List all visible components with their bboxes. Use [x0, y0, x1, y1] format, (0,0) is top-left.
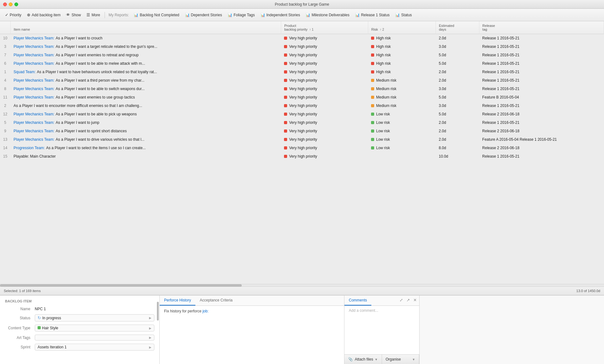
chart-icon-7: 📊 — [395, 13, 400, 17]
comment-input-area[interactable]: Add a comment... — [344, 306, 419, 354]
item-name-cell[interactable]: Player Mechanics Team: As a Player I wan… — [10, 135, 281, 144]
days-cell: 5.0d — [436, 59, 479, 68]
status-value[interactable]: ↻In progress ▶ — [35, 314, 154, 321]
content-type-label: Content Type — [5, 326, 35, 330]
comments-header[interactable]: Comments — [344, 296, 371, 306]
days-cell: 3.0d — [436, 43, 479, 51]
traffic-lights — [3, 3, 18, 6]
table-row[interactable]: 15Playable: Main CharacterVery high prio… — [0, 152, 604, 161]
row-number: 4 — [0, 76, 10, 85]
item-name-cell[interactable]: Player Mechanics Team: As a Player I wan… — [10, 76, 281, 85]
col-release-header[interactable]: Releasetag — [479, 21, 604, 34]
show-button[interactable]: 👁 Show — [64, 11, 83, 18]
report-independent-stories[interactable]: 📊 Independent Stories — [258, 12, 302, 18]
item-name-cell[interactable]: Squad Team: As a Player I want to have b… — [10, 68, 281, 76]
col-priority-header[interactable]: Productbacklog priority ↑ 1 — [281, 21, 368, 34]
table-row[interactable]: 7Player Mechanics Team: As a Player I wa… — [0, 51, 604, 59]
item-name-cell[interactable]: Player Mechanics Team: As a Player I wan… — [10, 43, 281, 51]
item-name-cell[interactable]: Player Mechanics Team: As a Player I wan… — [10, 119, 281, 127]
risk-sort-indicator: ↑ 2 — [380, 28, 384, 31]
report-release1-status[interactable]: 📊 Release 1 Status — [353, 12, 392, 18]
table-row[interactable]: 12Player Mechanics Team: As a Player I w… — [0, 110, 604, 119]
add-backlog-item-button[interactable]: ⊕ Add backlog item — [24, 11, 63, 18]
item-name-cell[interactable]: Progression Team: As a Player I want to … — [10, 144, 281, 152]
priority-cell: Very high priority — [281, 85, 368, 93]
priority-dot — [284, 70, 287, 73]
priority-button[interactable]: ✓ Priority — [3, 11, 24, 18]
organise-button[interactable]: Organise ▼ — [382, 355, 420, 364]
report-status[interactable]: 📊 Status — [393, 12, 414, 18]
close-panel-button[interactable]: ✕ — [412, 297, 418, 303]
priority-dot — [284, 37, 287, 40]
risk-cell: Medium risk — [368, 102, 436, 110]
expand-panel-button[interactable]: ⤢ — [398, 297, 404, 303]
col-days-header[interactable]: Estimateddays — [436, 21, 479, 34]
risk-cell: High risk — [368, 51, 436, 59]
priority-dot — [284, 138, 287, 141]
row-number: 2 — [0, 102, 10, 110]
table-row[interactable]: 1Squad Team: As a Player I want to have … — [0, 68, 604, 76]
item-name-cell[interactable]: Player Mechanics Team: As a Player I wan… — [10, 85, 281, 93]
name-value[interactable]: NPC 1 — [35, 307, 154, 311]
item-name-cell[interactable]: Player Mechanics Team: As a Player I wan… — [10, 93, 281, 102]
item-name-cell[interactable]: Player Mechanics Team: As a Player I wan… — [10, 34, 281, 43]
item-description: As a Player I want to select the items I… — [46, 146, 146, 150]
table-row[interactable]: 5Player Mechanics Team: As a Player I wa… — [0, 119, 604, 127]
tab-acceptance-criteria[interactable]: Acceptance Criteria — [195, 296, 237, 306]
tab-perforce-history[interactable]: Perforce History — [160, 296, 195, 306]
art-tags-value[interactable]: ▶ — [35, 335, 154, 341]
history-tabs: Perforce History Acceptance Criteria — [160, 296, 344, 306]
detail-scrollbar[interactable] — [157, 302, 159, 321]
backlog-table: Item name Productbacklog priority ↑ 1 Ri… — [0, 21, 604, 161]
report-foliage-tags[interactable]: 📊 Foliage Tags — [225, 12, 257, 18]
checkmark-icon: ✓ — [5, 13, 8, 17]
content-type-value[interactable]: Hair Style ▶ — [35, 325, 154, 331]
col-risk-header[interactable]: Risk ↑ 2 — [368, 21, 436, 34]
scroll-thumb[interactable] — [0, 284, 242, 287]
report-backlog-not-completed[interactable]: 📊 Backlog Not Completed — [131, 12, 182, 18]
priority-value: Very high priority — [289, 44, 317, 49]
days-cell: 10.0d — [436, 152, 479, 161]
team-name: Player Mechanics Team: — [13, 95, 54, 99]
report5-label: Milestone Deliverables — [312, 13, 349, 17]
item-name-cell[interactable]: Playable: Main Character — [10, 152, 281, 161]
organise-dropdown-icon: ▼ — [412, 358, 415, 361]
priority-value: Very high priority — [289, 36, 317, 40]
item-name-cell[interactable]: Player Mechanics Team: As a Player I wan… — [10, 51, 281, 59]
table-row[interactable]: 10Player Mechanics Team: As a Player I w… — [0, 34, 604, 43]
fullscreen-button[interactable] — [14, 3, 18, 6]
comments-header-tabs: Comments ⤢ ↗ ✕ — [344, 296, 419, 306]
priority-value: Very high priority — [289, 112, 317, 116]
table-row[interactable]: 3Player Mechanics Team: As a Player I wa… — [0, 43, 604, 51]
priority-cell: Very high priority — [281, 102, 368, 110]
item-name-cell[interactable]: As a Player I want to encounter more dif… — [10, 102, 281, 110]
external-link-button[interactable]: ↗ — [405, 297, 411, 303]
table-row[interactable]: 4Player Mechanics Team: As a Player I wa… — [0, 76, 604, 85]
table-row[interactable]: 9Player Mechanics Team: As a Player I wa… — [0, 127, 604, 135]
table-row[interactable]: 2As a Player I want to encounter more di… — [0, 102, 604, 110]
minimize-button[interactable] — [9, 3, 13, 6]
risk-value: Low risk — [376, 112, 390, 116]
horizontal-scrollbar[interactable] — [0, 284, 604, 286]
item-name-cell[interactable]: Player Mechanics Team: As a Player I wan… — [10, 59, 281, 68]
sprint-value[interactable]: Assets Iteration 1 ▶ — [35, 344, 154, 351]
table-wrapper[interactable]: Item name Productbacklog priority ↑ 1 Ri… — [0, 21, 604, 284]
table-row[interactable]: 13Player Mechanics Team: As a Player I w… — [0, 135, 604, 144]
item-name-cell[interactable]: Player Mechanics Team: As a Player I wan… — [10, 127, 281, 135]
perforce-job-link[interactable]: job: — [203, 309, 209, 313]
table-row[interactable]: 14Progression Team: As a Player I want t… — [0, 144, 604, 152]
report-milestone-deliverables[interactable]: 📊 Milestone Deliverables — [303, 12, 352, 18]
report-dependent-stories[interactable]: 📊 Dependent Stories — [183, 12, 225, 18]
col-name-header[interactable]: Item name — [10, 21, 281, 34]
table-row[interactable]: 6Player Mechanics Team: As a Player I wa… — [0, 59, 604, 68]
priority-dot — [284, 121, 287, 124]
priority-value: Very high priority — [289, 95, 317, 99]
window-title: Product backlog for Large Game — [275, 2, 329, 7]
table-row[interactable]: 11Player Mechanics Team: As a Player I w… — [0, 93, 604, 102]
table-row[interactable]: 8Player Mechanics Team: As a Player I wa… — [0, 85, 604, 93]
close-button[interactable] — [3, 3, 7, 6]
item-name-cell[interactable]: Player Mechanics Team: As a Player I wan… — [10, 110, 281, 119]
more-button[interactable]: ☰ More — [84, 11, 102, 18]
report7-label: Status — [401, 13, 412, 17]
attach-files-button[interactable]: 📎 Attach files ▼ — [344, 355, 382, 364]
